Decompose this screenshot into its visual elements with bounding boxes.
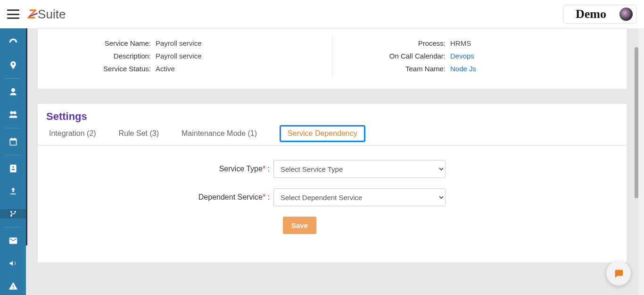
- sidebar-item-upload[interactable]: [0, 186, 26, 196]
- brand-logo[interactable]: Z Suite: [28, 7, 66, 22]
- user-icon: [8, 87, 18, 97]
- info-row: Service Status: Active: [52, 65, 318, 73]
- dependent-service-label: Dependent Service* :: [38, 193, 273, 202]
- topbar-user-area: Demo: [563, 5, 637, 24]
- page-scrollbar[interactable]: [638, 0, 644, 295]
- upload-icon: [8, 186, 18, 196]
- info-row: Service Name: Payroll service: [52, 39, 318, 47]
- main-content: Service Name: Payroll service Descriptio…: [26, 28, 638, 295]
- sidebar-item-contact[interactable]: [0, 164, 26, 173]
- settings-card: Settings Integration (2) Rule Set (3) Ma…: [37, 103, 627, 263]
- info-value: Payroll service: [156, 39, 202, 47]
- tab-highlight: Service Dependency: [280, 125, 365, 142]
- info-label: Process:: [347, 39, 450, 47]
- demo-badge: Demo: [567, 7, 615, 21]
- info-column-right: Process: HRMS On Call Calendar: Devops T…: [332, 34, 627, 77]
- info-label: Description:: [52, 52, 156, 60]
- info-value-link[interactable]: Node Js: [450, 65, 476, 73]
- chat-icon: [613, 268, 624, 278]
- brand-text: Suite: [38, 7, 66, 22]
- info-value: Active: [156, 65, 175, 73]
- info-row: Description: Payroll service: [52, 52, 318, 60]
- sidebar-separator: [5, 155, 21, 155]
- tab-service-dependency[interactable]: Service Dependency: [288, 129, 357, 138]
- info-value: HRMS: [450, 39, 471, 47]
- alert-icon: [8, 281, 18, 291]
- sidebar-item-services[interactable]: [0, 209, 26, 219]
- info-row: On Call Calendar: Devops: [347, 52, 612, 60]
- save-button[interactable]: Save: [283, 217, 316, 234]
- location-icon: [8, 60, 18, 70]
- content-scrollbar-thumb[interactable]: [635, 47, 638, 198]
- contact-book-icon: [8, 164, 18, 173]
- info-column-left: Service Name: Payroll service Descriptio…: [38, 34, 332, 77]
- avatar[interactable]: [619, 8, 633, 21]
- dashboard-icon: [8, 38, 18, 47]
- info-value-link[interactable]: Devops: [450, 52, 474, 60]
- service-type-label: Service Type* :: [38, 165, 273, 173]
- sidebar-separator: [5, 78, 21, 79]
- service-type-select[interactable]: Select Service Type: [273, 160, 446, 178]
- chat-fab[interactable]: [606, 261, 631, 286]
- form-row-service-type: Service Type* : Select Service Type: [38, 160, 627, 178]
- sidebar-item-alert[interactable]: [0, 281, 26, 291]
- sidebar-item-mail[interactable]: [0, 236, 26, 245]
- info-label: Service Status:: [52, 65, 156, 73]
- info-label: Team Name:: [347, 65, 450, 73]
- users-icon: [8, 110, 18, 119]
- calendar-icon: [8, 137, 18, 146]
- services-icon: [8, 209, 18, 219]
- sidebar-item-calendar[interactable]: [0, 137, 26, 146]
- settings-tabs: Integration (2) Rule Set (3) Maintenance…: [38, 126, 627, 146]
- sidebar-separator: [5, 128, 21, 128]
- megaphone-icon: [8, 259, 18, 268]
- sidebar: [0, 28, 26, 295]
- sidebar-item-location[interactable]: [0, 60, 26, 70]
- info-value: Payroll service: [156, 52, 202, 60]
- dependent-service-select[interactable]: Select Dependent Service: [273, 188, 446, 206]
- sidebar-separator: [5, 227, 21, 228]
- info-label: On Call Calendar:: [347, 52, 450, 60]
- hamburger-menu-icon[interactable]: [7, 9, 19, 19]
- sidebar-item-dashboard[interactable]: [0, 38, 26, 47]
- info-row: Team Name: Node Js: [347, 65, 612, 73]
- service-info-card: Service Name: Payroll service Descriptio…: [37, 28, 627, 89]
- info-row: Process: HRMS: [347, 39, 612, 47]
- sidebar-item-announce[interactable]: [0, 259, 26, 268]
- info-label: Service Name:: [52, 39, 156, 47]
- dependency-form: Service Type* : Select Service Type Depe…: [38, 146, 627, 234]
- settings-title: Settings: [38, 104, 627, 126]
- topbar: Z Suite Demo: [0, 0, 644, 28]
- sidebar-item-users[interactable]: [0, 110, 26, 119]
- form-row-dependent-service: Dependent Service* : Select Dependent Se…: [38, 188, 627, 206]
- logo-z-icon: Z: [28, 7, 36, 22]
- tab-integration[interactable]: Integration (2): [49, 126, 96, 141]
- tab-maintenance[interactable]: Maintenance Mode (1): [182, 126, 257, 141]
- mail-icon: [8, 236, 18, 245]
- tab-ruleset[interactable]: Rule Set (3): [119, 126, 159, 141]
- sidebar-item-user[interactable]: [0, 87, 26, 97]
- content-scrollbar[interactable]: [634, 28, 638, 295]
